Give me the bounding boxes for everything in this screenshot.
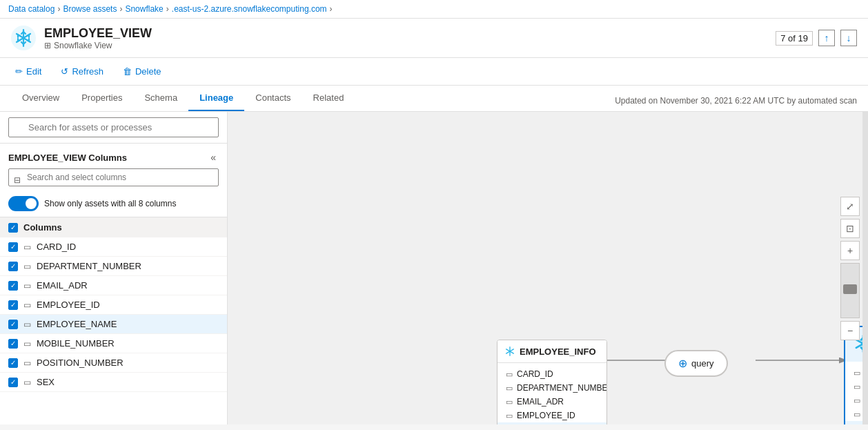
breadcrumb: Data catalog › Browse assets › Snowflake… — [0, 0, 868, 19]
svg-line-13 — [18, 40, 20, 41]
col-checkbox-2[interactable]: ✓ — [8, 281, 18, 291]
breadcrumb-data-catalog[interactable]: Data catalog — [8, 4, 55, 14]
breadcrumb-browse-assets[interactable]: Browse assets — [63, 4, 117, 14]
view-icon: ⊞ — [44, 41, 51, 50]
zoom-track[interactable] — [840, 263, 860, 318]
search-assets-bar: 🔍 — [0, 112, 227, 144]
refresh-icon: ↺ — [61, 66, 68, 77]
source-node-header: EMPLOYEE_INFO — [497, 340, 606, 363]
tab-overview[interactable]: Overview — [11, 86, 70, 111]
page-header: EMPLOYEE_VIEW ⊞ Snowflake View 7 of 19 ↑… — [0, 19, 868, 58]
svg-line-15 — [27, 35, 29, 37]
toggle-label: Show only assets with all 8 columns — [44, 199, 176, 208]
source-field-0: ▭ CARD_ID — [497, 367, 606, 381]
delete-button[interactable]: 🗑 Delete — [119, 63, 166, 79]
field-icon: ▭ — [854, 369, 860, 378]
source-snowflake-icon — [504, 346, 515, 357]
field-icon: ▭ — [506, 384, 513, 393]
list-item[interactable]: ✓ ▭ EMPLOYEE_NAME — [0, 315, 227, 334]
search-assets-input[interactable] — [8, 117, 219, 137]
list-item[interactable]: ✓ ▭ MOBILE_NUMBER — [0, 334, 227, 353]
lineage-canvas[interactable]: EMPLOYEE_INFO ▭ CARD_ID ▭ DEPARTMENT_NUM… — [228, 112, 868, 424]
field-icon: ▭ — [506, 411, 513, 420]
nav-counter: 7 of 19 — [776, 31, 813, 46]
columns-section-title: EMPLOYEE_VIEW Columns — [8, 153, 127, 163]
field-icon: ▭ — [506, 370, 513, 379]
list-item[interactable]: ✓ ▭ EMPLOYEE_ID — [0, 295, 227, 315]
tab-related[interactable]: Related — [302, 86, 355, 111]
source-field-3: ▭ EMPLOYEE_ID — [497, 409, 606, 422]
tab-schema[interactable]: Schema — [133, 86, 188, 111]
field-icon: ▭ — [854, 396, 860, 405]
field-icon-4: ▭ — [23, 320, 31, 329]
col-checkbox-3[interactable]: ✓ — [8, 300, 18, 310]
source-field-4: ▭ EMPLOYEE_NAME — [497, 422, 606, 424]
nav-prev-button[interactable]: ↑ — [818, 30, 835, 46]
list-item[interactable]: ✓ ▭ CARD_ID — [0, 237, 227, 257]
tabs-bar: Overview Properties Schema Lineage Conta… — [0, 86, 868, 112]
nav-next-button[interactable]: ↓ — [840, 30, 857, 46]
field-icon: ▭ — [854, 410, 860, 419]
toggle-knob — [26, 198, 37, 209]
sidebar-columns-header: EMPLOYEE_VIEW Columns « — [0, 144, 227, 168]
list-item[interactable]: ✓ ▭ POSITION_NUMBER — [0, 353, 227, 373]
svg-line-11 — [27, 40, 29, 41]
header-right: 7 of 19 ↑ ↓ — [776, 30, 857, 46]
toggle-row: Show only assets with all 8 columns — [0, 192, 227, 217]
zoom-controls: ⤢ ⊡ + − — [840, 197, 860, 340]
columns-list: ✓ Columns ✓ ▭ CARD_ID ✓ ▭ DEPARTMENT_NUM… — [0, 217, 227, 424]
query-node[interactable]: ⊕ query — [664, 350, 728, 377]
zoom-thumb — [843, 284, 857, 294]
col-checkbox-4[interactable]: ✓ — [8, 320, 18, 329]
source-node-body: ▭ CARD_ID ▭ DEPARTMENT_NUMBER ▭ EMAIL_AD… — [497, 363, 606, 424]
fit-button[interactable]: ⊡ — [840, 219, 860, 238]
sidebar: 🔍 EMPLOYEE_VIEW Columns « ⊟ Show only as… — [0, 112, 228, 424]
source-node-title: EMPLOYEE_INFO — [520, 346, 596, 357]
tab-properties[interactable]: Properties — [70, 86, 133, 111]
col-name-2: EMAIL_ADR — [37, 280, 88, 291]
source-field-1: ▭ DEPARTMENT_NUMBER — [497, 381, 606, 395]
col-name-6: POSITION_NUMBER — [37, 358, 124, 368]
col-checkbox-0[interactable]: ✓ — [8, 242, 18, 252]
canvas-scrollbar[interactable] — [862, 112, 868, 424]
col-checkbox-1[interactable]: ✓ — [8, 262, 18, 271]
field-icon-2: ▭ — [23, 281, 31, 291]
field-icon-7: ▭ — [23, 378, 31, 387]
query-icon: ⊕ — [678, 357, 687, 370]
page-title: EMPLOYEE_VIEW — [44, 26, 152, 41]
col-name-0: CARD_ID — [37, 242, 76, 252]
breadcrumb-snowflake[interactable]: Snowflake — [125, 4, 163, 14]
source-node[interactable]: EMPLOYEE_INFO ▭ CARD_ID ▭ DEPARTMENT_NUM… — [497, 340, 607, 424]
list-item[interactable]: ✓ ▭ SEX — [0, 373, 227, 392]
breadcrumb-server[interactable]: .east-us-2.azure.snowflakecomputing.com — [172, 4, 327, 14]
columns-header-label: Columns — [23, 222, 62, 233]
col-checkbox-6[interactable]: ✓ — [8, 358, 18, 368]
col-name-7: SEX — [37, 377, 55, 387]
search-assets-wrap: 🔍 — [8, 117, 219, 137]
query-label: query — [691, 358, 714, 369]
updated-text: Updated on November 30, 2021 6:22 AM UTC… — [615, 96, 857, 111]
search-columns-wrap: ⊟ — [0, 168, 227, 192]
refresh-button[interactable]: ↺ Refresh — [57, 63, 108, 79]
tab-contacts[interactable]: Contacts — [244, 86, 302, 111]
list-item[interactable]: ✓ ▭ DEPARTMENT_NUMBER — [0, 257, 227, 276]
svg-line-9 — [18, 35, 20, 37]
toggle-switch[interactable] — [8, 196, 39, 211]
col-name-1: DEPARTMENT_NUMBER — [37, 261, 141, 271]
list-item[interactable]: ✓ ▭ EMAIL_ADR — [0, 276, 227, 295]
col-checkbox-5[interactable]: ✓ — [8, 339, 18, 349]
columns-all-checkbox[interactable]: ✓ — [8, 223, 18, 233]
field-icon-5: ▭ — [23, 339, 31, 349]
expand-button[interactable]: ⤢ — [840, 197, 860, 216]
edit-button[interactable]: ✏ Edit — [11, 63, 46, 79]
main-layout: 🔍 EMPLOYEE_VIEW Columns « ⊟ Show only as… — [0, 112, 868, 424]
zoom-in-button[interactable]: + — [840, 241, 860, 260]
search-columns-input[interactable] — [8, 168, 219, 186]
field-icon-1: ▭ — [23, 262, 31, 271]
collapse-sidebar-button[interactable]: « — [208, 150, 219, 164]
snowflake-logo — [11, 26, 36, 50]
col-checkbox-7[interactable]: ✓ — [8, 378, 18, 387]
tab-lineage[interactable]: Lineage — [188, 86, 244, 111]
zoom-out-button[interactable]: − — [840, 321, 860, 340]
edit-icon: ✏ — [15, 66, 23, 77]
